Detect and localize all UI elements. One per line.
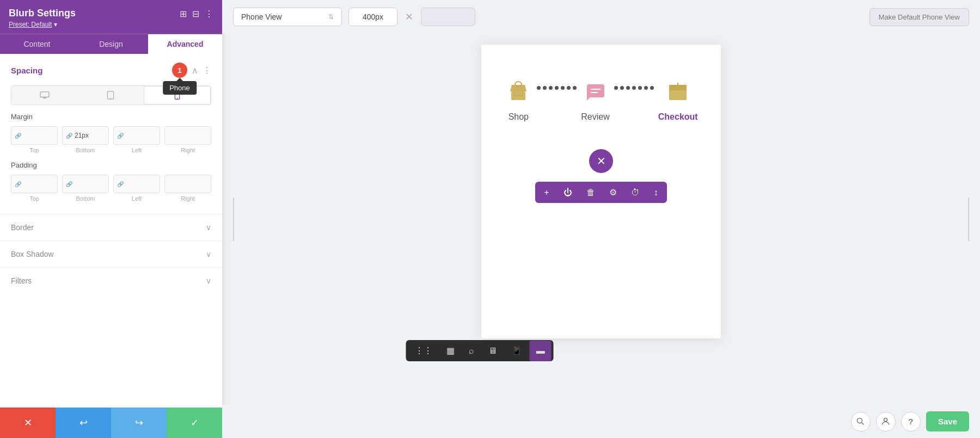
- resize-icon[interactable]: ⊞: [180, 9, 187, 19]
- padding-fields: 🔗 Top 🔗 Bottom 🔗 Left: [11, 175, 211, 202]
- margin-left-field: 🔗 Left: [113, 126, 160, 153]
- cancel-button[interactable]: ✕: [0, 408, 56, 438]
- save-main-button[interactable]: Save: [926, 411, 969, 431]
- filters-title: Filters: [11, 276, 32, 285]
- phone-badge[interactable]: 1: [172, 63, 187, 78]
- person-button[interactable]: [876, 412, 896, 431]
- margin-top-label: Top: [29, 147, 39, 153]
- padding-bottom-input[interactable]: 🔗: [62, 175, 109, 193]
- shop-icon: [504, 77, 532, 108]
- undo-button[interactable]: ↩: [56, 408, 111, 438]
- border-title: Border: [11, 223, 34, 232]
- step-shop: Shop: [504, 77, 532, 122]
- tab-advanced[interactable]: Advanced: [148, 34, 222, 54]
- more-icon[interactable]: ⋮: [205, 9, 213, 19]
- margin-left-input[interactable]: 🔗: [113, 126, 160, 145]
- padding-left-label: Left: [132, 195, 142, 202]
- help-button[interactable]: ?: [901, 412, 921, 431]
- margin-bottom-input[interactable]: 🔗 21px: [62, 126, 109, 145]
- search-element-button[interactable]: ⌕: [462, 341, 481, 361]
- padding-label: Padding: [11, 161, 211, 169]
- panel-preset[interactable]: Preset: Default ▾: [9, 21, 76, 28]
- review-label: Review: [581, 112, 609, 122]
- tab-design[interactable]: Design: [74, 34, 148, 54]
- extend-button[interactable]: ↕: [647, 182, 665, 203]
- margin-top-input[interactable]: 🔗: [11, 126, 58, 145]
- border-chevron: ∨: [206, 223, 211, 232]
- filters-section: Filters ∨: [0, 267, 222, 294]
- view-select[interactable]: Phone View ⇅: [233, 8, 342, 26]
- save-footer-button[interactable]: ✓: [167, 408, 222, 438]
- border-section: Border ∨: [0, 214, 222, 240]
- phone-preview: Shop: [481, 45, 721, 338]
- margin-fields: 🔗 Top 🔗 21px Bottom 🔗 Left: [11, 126, 211, 153]
- box-shadow-section: Box Shadow ∨: [0, 240, 222, 267]
- desktop-device-btn[interactable]: [11, 86, 77, 104]
- clear-width-button[interactable]: ✕: [404, 11, 414, 23]
- margin-top-field: 🔗 Top: [11, 126, 58, 153]
- section-header: Spacing 1 Phone ∧ ⋮: [11, 63, 211, 78]
- padding-right-input[interactable]: [164, 175, 211, 193]
- view-arrows-icon: ⇅: [328, 13, 334, 21]
- padding-left-field: 🔗 Left: [113, 175, 160, 202]
- active-view-button[interactable]: ▬: [530, 341, 552, 361]
- box-shadow-title: Box Shadow: [11, 250, 54, 258]
- padding-left-input[interactable]: 🔗: [113, 175, 160, 193]
- shop-steps: Shop: [492, 66, 710, 133]
- panel-footer: ✕ ↩ ↪ ✓: [0, 408, 222, 438]
- mobile-view-button[interactable]: 📱: [505, 340, 529, 361]
- element-toolbar: ⋮⋮ ▦ ⌕ 🖥 📱 ▬: [406, 340, 554, 361]
- close-fab[interactable]: ✕: [589, 149, 613, 173]
- panel-title: Blurb Settings: [9, 8, 76, 19]
- box-shadow-header[interactable]: Box Shadow ∨: [0, 241, 222, 267]
- width-field-wrapper: [348, 8, 397, 26]
- bottom-right: ? Save: [851, 411, 969, 431]
- step-checkout: Checkout: [658, 77, 698, 122]
- width-input[interactable]: [348, 8, 397, 26]
- close-fab-wrapper: ✕: [492, 149, 710, 173]
- drag-button[interactable]: ⋮⋮: [408, 340, 439, 361]
- desktop-view-button[interactable]: 🖥: [482, 341, 504, 361]
- grid-button[interactable]: ▦: [440, 340, 461, 361]
- tablet-device-btn[interactable]: [77, 86, 143, 104]
- columns-icon[interactable]: ⊟: [192, 9, 199, 19]
- padding-bottom-field: 🔗 Bottom: [62, 175, 109, 202]
- color-input[interactable]: [421, 8, 475, 26]
- redo-button[interactable]: ↪: [111, 408, 167, 438]
- shop-dots: [532, 77, 581, 90]
- review-dots: [610, 77, 658, 90]
- step-review: Review: [581, 77, 609, 122]
- margin-right-input[interactable]: [164, 126, 211, 145]
- border-header[interactable]: Border ∨: [0, 214, 222, 240]
- panel-header-icons: ⊞ ⊟ ⋮: [180, 9, 213, 19]
- svg-point-17: [884, 418, 887, 422]
- more-section-icon[interactable]: ⋮: [203, 65, 211, 76]
- module-toolbar-wrapper: + ⏻ 🗑 ⚙ ⏱ ↕: [492, 182, 710, 203]
- svg-rect-14: [672, 85, 683, 88]
- link-icon-4: 🔗: [15, 181, 21, 187]
- shop-label: Shop: [509, 112, 529, 122]
- left-panel: Blurb Settings Preset: Default ▾ ⊞ ⊟ ⋮ C…: [0, 0, 222, 438]
- power-button[interactable]: ⏻: [557, 182, 579, 203]
- padding-bottom-label: Bottom: [76, 195, 95, 202]
- tab-content[interactable]: Content: [0, 34, 74, 54]
- padding-right-field: Right: [164, 175, 211, 202]
- filters-header[interactable]: Filters ∨: [0, 268, 222, 294]
- padding-top-input[interactable]: 🔗: [11, 175, 58, 193]
- search-bottom-button[interactable]: [851, 412, 871, 431]
- settings-button[interactable]: ⚙: [603, 182, 623, 203]
- link-icon: 🔗: [15, 133, 21, 139]
- link-icon-6: 🔗: [117, 181, 124, 187]
- padding-top-label: Top: [29, 195, 39, 202]
- section-controls: 1 Phone ∧ ⋮: [172, 63, 211, 78]
- delete-button[interactable]: 🗑: [580, 182, 602, 203]
- filters-chevron: ∨: [206, 276, 211, 285]
- phone-tooltip: Phone: [163, 81, 197, 95]
- svg-rect-0: [40, 92, 49, 97]
- make-default-button[interactable]: Make Default Phone View: [869, 8, 969, 26]
- add-module-button[interactable]: +: [537, 182, 555, 203]
- panel-body: Spacing 1 Phone ∧ ⋮: [0, 54, 222, 408]
- history-button[interactable]: ⏱: [624, 182, 646, 203]
- collapse-icon[interactable]: ∧: [192, 65, 198, 76]
- svg-point-6: [177, 98, 178, 99]
